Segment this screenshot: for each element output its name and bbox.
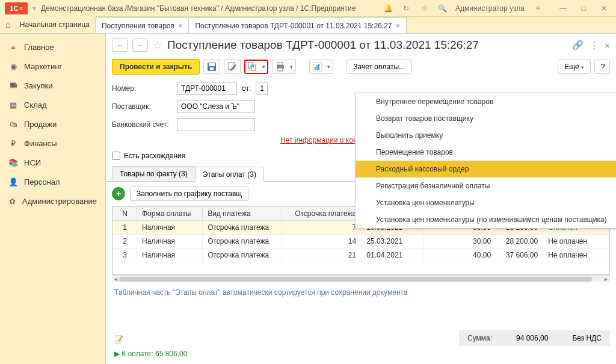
person-icon: 👤 (8, 177, 18, 187)
fill-by-schedule-button[interactable]: Заполнить по графику поставщ (130, 187, 248, 201)
nav-forward[interactable]: → (132, 39, 148, 52)
save-button[interactable] (203, 60, 220, 74)
sidebar-item-main[interactable]: ≡Главное (0, 37, 105, 57)
close-icon[interactable]: × (605, 40, 610, 51)
to-pay-link[interactable]: К оплате: 65 806,00 (122, 350, 187, 358)
scroll-right-icon[interactable]: ► (603, 276, 609, 282)
warehouse-icon: ▦ (8, 100, 18, 110)
create-based-on-menu: Внутреннее перемещение товаровВозврат то… (355, 93, 616, 229)
star-icon[interactable]: ☆ (419, 4, 429, 13)
menu-item[interactable]: Выполнить приемку (356, 127, 616, 144)
sidebar-item-finance[interactable]: ₽Финансы (0, 134, 105, 153)
sidebar-item-purchases[interactable]: ⛟Закупки (0, 76, 105, 95)
note-icon[interactable]: 📝 (114, 335, 123, 344)
col-delay[interactable]: Отсрочка платежа (282, 207, 362, 221)
help-button[interactable]: ? (594, 60, 610, 74)
post-button[interactable] (224, 60, 241, 74)
create-based-on-button[interactable]: ▾ (244, 60, 268, 74)
kebab-icon[interactable]: ⋮ (590, 40, 599, 51)
menu-item[interactable]: Перемещение товаров (356, 144, 616, 161)
sidebar-item-nsi[interactable]: 📚НСИ (0, 153, 105, 172)
more-button[interactable]: Еще ▾ (558, 60, 591, 74)
menu-item[interactable]: Возврат товаров поставщику (356, 110, 616, 127)
svg-rect-8 (278, 68, 283, 71)
sidebar-item-label: Главное (24, 43, 54, 52)
window-separator: ▾ (32, 4, 36, 13)
scroll-left-icon[interactable]: ◄ (113, 276, 119, 282)
col-form[interactable]: Форма оплаты (137, 207, 203, 221)
user-label[interactable]: Администратор узла (455, 4, 525, 13)
number-label: Номер: (112, 84, 172, 93)
number-input[interactable] (177, 82, 237, 95)
link-icon[interactable]: 🔗 (572, 40, 584, 51)
sidebar-item-warehouse[interactable]: ▦Склад (0, 95, 105, 114)
menu-item[interactable]: Внутреннее перемещение товаров (356, 93, 616, 110)
logo-1c: 1C≡ (5, 2, 28, 14)
col-n[interactable]: N (113, 207, 137, 221)
tab-close-icon[interactable]: × (395, 21, 400, 30)
menu-item[interactable]: Расходный кассовый ордер (356, 161, 616, 177)
window-close[interactable]: ✕ (597, 2, 611, 14)
books-icon: 📚 (8, 158, 18, 167)
ruble-icon: ₽ (8, 138, 18, 148)
subtab-goods[interactable]: Товары по факту (3) (112, 166, 196, 181)
has-discrepancies-checkbox[interactable] (112, 152, 120, 160)
bell-icon[interactable]: 🔔 (383, 4, 393, 13)
sidebar-item-label: Персонал (24, 177, 60, 187)
sidebar-item-sales[interactable]: 🛍Продажи (0, 114, 105, 134)
window-minimize[interactable]: — (556, 2, 570, 14)
printer-icon (276, 62, 285, 72)
search-icon[interactable]: 🔍 (437, 4, 447, 13)
truck-icon: ⛟ (8, 81, 18, 90)
tab-receipts-list[interactable]: Поступления товаров× (95, 17, 189, 33)
menu-icon[interactable]: ≡ (533, 4, 543, 13)
diskette-icon (207, 62, 217, 72)
tab-label: Поступление товаров ТДРТ-000001 от 11.03… (195, 22, 392, 30)
vat-label: Без НДС (572, 334, 602, 342)
report-button[interactable]: ▾ (309, 60, 333, 74)
footer-summary: Сумма: 94 006,00 Без НДС (459, 330, 610, 346)
date-input[interactable] (256, 82, 268, 95)
table-row[interactable]: 3НаличнаяОтсрочка платежа2101.04.202140,… (113, 248, 609, 262)
history-icon[interactable]: ↻ (401, 4, 411, 13)
menu-item[interactable]: Регистрация безналичной оплаты (356, 177, 616, 194)
post-and-close-button[interactable]: Провести и закрыть (112, 59, 200, 75)
sidebar-item-label: Администрирование (22, 197, 97, 206)
tab-receipt-doc[interactable]: Поступление товаров ТДРТ-000001 от 11.03… (188, 17, 407, 33)
subtab-payments[interactable]: Этапы оплат (3) (195, 167, 264, 182)
sidebar: ≡Главное ◉Маркетинг ⛟Закупки ▦Склад 🛍Про… (0, 34, 106, 364)
tab-close-icon[interactable]: × (178, 21, 183, 30)
document-arrow-icon (248, 62, 257, 72)
chevron-down-icon: ▾ (262, 64, 265, 70)
tab-label: Поступления товаров (102, 22, 174, 30)
tabsbar: Начальная страница Поступления товаров× … (0, 17, 616, 34)
sidebar-item-personnel[interactable]: 👤Персонал (0, 172, 105, 191)
tab-home[interactable]: Начальная страница (0, 16, 96, 33)
scroll-thumb[interactable] (119, 277, 592, 282)
col-type[interactable]: Вид платежа (203, 207, 282, 221)
sidebar-item-admin[interactable]: ✿Администрирование (0, 191, 105, 211)
supplier-input[interactable] (177, 100, 255, 113)
has-discrepancies-label: Есть расхождения (124, 152, 185, 160)
bank-input[interactable] (177, 118, 255, 131)
offset-payment-button[interactable]: Зачет оплаты... (346, 60, 411, 74)
nav-back[interactable]: ← (112, 39, 128, 52)
sidebar-item-label: НСИ (24, 158, 41, 167)
add-row-button[interactable]: + (112, 187, 125, 200)
horizontal-scrollbar[interactable]: ◄ ► (112, 275, 610, 282)
table-row[interactable]: 2НаличнаяОтсрочка платежа1425.03.202130,… (113, 235, 609, 248)
gear-icon: ✿ (8, 196, 16, 206)
content-area: ← → ☆ Поступление товаров ТДРТ-000001 от… (106, 34, 616, 364)
sidebar-item-label: Склад (24, 100, 47, 110)
window-title: Демонстрационная база /Магазин "Бытовая … (41, 4, 378, 13)
svg-rect-12 (318, 64, 319, 70)
sidebar-item-marketing[interactable]: ◉Маркетинг (0, 57, 105, 76)
window-maximize[interactable]: □ (576, 2, 591, 14)
marketing-icon: ◉ (8, 61, 18, 71)
sum-label: Сумма: (467, 334, 492, 342)
print-button[interactable]: ▾ (272, 60, 296, 74)
menu-item[interactable]: Установка цен номенклатуры (по изменивши… (356, 211, 616, 228)
svg-rect-10 (315, 67, 316, 70)
menu-item[interactable]: Установка цен номенклатуры (356, 194, 616, 211)
favorite-icon[interactable]: ☆ (153, 39, 162, 52)
